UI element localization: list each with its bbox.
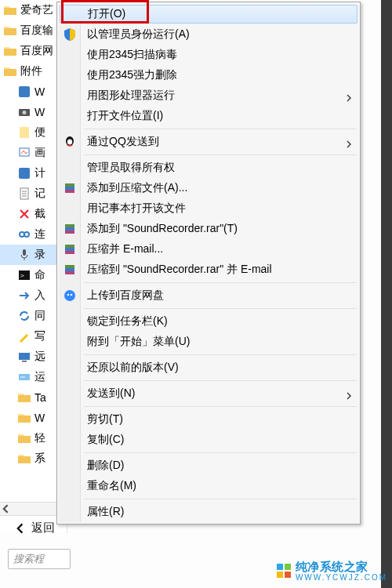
menu-item-25[interactable]: 剪切(T) — [59, 409, 358, 430]
sync-icon — [17, 309, 31, 323]
right-border — [381, 0, 392, 588]
file-item-label: 便 — [34, 125, 45, 140]
menu-separator — [84, 380, 357, 381]
menu-item-label: 属性(R) — [87, 505, 124, 519]
run-icon — [17, 370, 31, 384]
svg-rect-27 — [65, 265, 74, 268]
menu-separator — [84, 354, 357, 355]
menu-item-label: 使用2345扫描病毒 — [87, 48, 177, 62]
menu-item-13[interactable]: 压缩并 E-mail... — [59, 239, 358, 260]
menu-item-label: 剪切(T) — [87, 412, 123, 426]
svg-rect-3 — [20, 127, 29, 138]
file-item-label: 入 — [34, 289, 45, 303]
menu-separator — [84, 154, 357, 155]
menu-item-label: 锁定到任务栏(K) — [87, 314, 168, 328]
menu-item-14[interactable]: 压缩到 "SoundRecorder.rar" 并 E-mail — [59, 260, 358, 280]
file-item-label: 运 — [34, 370, 45, 384]
menu-item-label: 压缩到 "SoundRecorder.rar" 并 E-mail — [87, 263, 272, 277]
submenu-arrow-icon — [346, 138, 352, 151]
watermark-logo-icon — [277, 564, 291, 578]
svg-text:>: > — [20, 272, 24, 279]
menu-item-label: 上传到百度网盘 — [87, 289, 164, 303]
folder-icon — [3, 44, 17, 58]
svg-rect-25 — [65, 248, 74, 251]
menu-item-28[interactable]: 删除(D) — [59, 456, 358, 476]
menu-item-10[interactable]: 添加到压缩文件(A)... — [59, 178, 358, 198]
notepad-icon — [17, 187, 31, 201]
menu-item-label: 添加到 "SoundRecorder.rar"(T) — [87, 222, 238, 236]
svg-rect-13 — [22, 361, 27, 362]
file-item-label: W — [34, 412, 45, 424]
menu-item-9[interactable]: 管理员取得所有权 — [59, 158, 358, 178]
menu-separator — [84, 129, 357, 129]
watermark: 纯净系统之家 WWW.YCWJZ.COM — [277, 560, 387, 582]
back-row[interactable]: 返回 — [16, 521, 55, 535]
file-item-label: 系 — [34, 452, 45, 466]
menu-item-19[interactable]: 附到「开始」菜单(U) — [59, 332, 358, 352]
menu-separator — [84, 308, 357, 309]
submenu-arrow-icon — [346, 390, 352, 402]
file-item-label: 截 — [34, 207, 45, 221]
menu-item-1[interactable]: 以管理员身份运行(A) — [59, 24, 358, 45]
menu-item-7[interactable]: 通过QQ发送到 — [59, 132, 358, 152]
menu-item-2[interactable]: 使用2345扫描病毒 — [59, 45, 358, 65]
menu-item-3[interactable]: 使用2345强力删除 — [59, 65, 358, 85]
menu-item-18[interactable]: 锁定到任务栏(K) — [59, 311, 358, 332]
file-item-label: 计 — [34, 166, 45, 180]
file-item-label: 同 — [34, 309, 45, 323]
svg-rect-0 — [19, 86, 30, 97]
file-item-label: 百度输 — [20, 24, 53, 38]
submenu-arrow-icon — [346, 92, 352, 104]
file-item-label: 附件 — [20, 64, 42, 78]
file-item-label: 记 — [34, 187, 45, 201]
menu-item-16[interactable]: 上传到百度网盘 — [59, 285, 358, 306]
file-item-label: 连 — [34, 227, 45, 241]
search-input[interactable]: 搜索程 — [8, 549, 71, 569]
svg-point-30 — [67, 294, 70, 296]
qq-icon — [63, 135, 77, 149]
menu-item-23[interactable]: 发送到(N) — [59, 383, 358, 404]
menu-separator — [84, 406, 357, 407]
menu-item-12[interactable]: 添加到 "SoundRecorder.rar"(T) — [59, 219, 358, 239]
folder-icon — [3, 3, 17, 17]
paint-icon — [17, 146, 31, 160]
menu-item-label: 压缩并 E-mail... — [87, 242, 163, 256]
menu-item-21[interactable]: 还原以前的版本(V) — [59, 358, 358, 378]
app-blue-icon — [17, 85, 31, 99]
menu-item-26[interactable]: 复制(C) — [59, 430, 358, 450]
menu-item-4[interactable]: 用图形处理器运行 — [59, 85, 358, 106]
svg-point-8 — [24, 232, 29, 237]
menu-item-label: 用图形处理器运行 — [87, 89, 175, 103]
back-label: 返回 — [31, 521, 55, 535]
scroll-left-button[interactable] — [0, 503, 13, 515]
remote-icon — [17, 350, 31, 364]
svg-point-31 — [71, 294, 73, 296]
svg-rect-24 — [65, 245, 74, 248]
svg-rect-9 — [23, 249, 26, 256]
svg-rect-19 — [65, 187, 74, 190]
menu-item-31[interactable]: 属性(R) — [59, 502, 358, 522]
file-item-label: W — [34, 85, 45, 98]
svg-point-29 — [64, 290, 75, 301]
folder-icon — [17, 411, 31, 425]
menu-item-11[interactable]: 用记事本打开该文件 — [59, 198, 358, 219]
menu-separator — [84, 499, 357, 499]
menu-item-0[interactable]: 打开(O) — [60, 5, 358, 24]
menu-item-label: 使用2345强力删除 — [87, 68, 177, 82]
menu-item-label: 以管理员身份运行(A) — [87, 27, 190, 42]
menu-separator — [84, 452, 357, 453]
svg-rect-18 — [65, 183, 74, 187]
svg-point-16 — [67, 139, 72, 144]
file-item-label: 录 — [34, 248, 45, 262]
note-icon — [17, 125, 31, 140]
svg-point-2 — [23, 111, 27, 114]
menu-item-29[interactable]: 重命名(M) — [59, 476, 358, 496]
link-icon — [17, 227, 31, 241]
context-menu: 打开(O)以管理员身份运行(A)使用2345扫描病毒使用2345强力删除用图形处… — [56, 2, 361, 524]
menu-item-5[interactable]: 打开文件位置(I) — [59, 106, 358, 126]
folder-icon — [17, 452, 31, 466]
folder-icon — [3, 64, 17, 78]
folder-icon — [17, 390, 31, 405]
file-item-label: 百度网 — [20, 44, 53, 58]
svg-rect-21 — [65, 224, 74, 227]
